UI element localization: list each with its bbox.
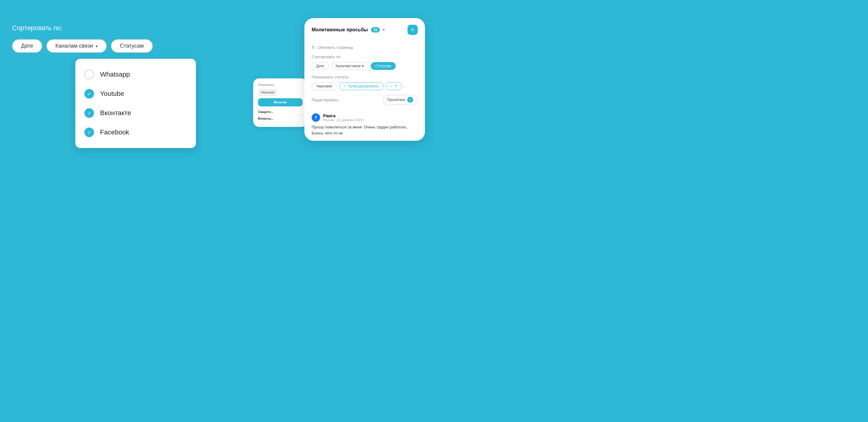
status-chips-group: Черновик ✓ Промодерировано ✓ П <box>312 82 418 90</box>
prayer-count-badge: 15 <box>371 27 380 33</box>
pb-draft-chip: Черновик <box>258 89 277 96</box>
sort-chip-channels[interactable]: Каналам связи ▾ <box>331 62 368 70</box>
user-info: Раиса Россия · 11 декабря 2020 г. <box>323 113 418 122</box>
dropdown-item-whatsapp-label: Whatsapp <box>100 70 130 79</box>
facebook-icon: f <box>312 113 320 122</box>
phone-title: Молитвенные просьбы <box>312 27 368 33</box>
pb-show-label: Показывать <box>258 83 303 87</box>
title-chevron-icon: ▾ <box>383 28 384 32</box>
dropdown-item-vkontakte-label: Вконтакте <box>100 109 131 117</box>
chevron-down-icon: ▾ <box>96 44 98 49</box>
filter-date-button[interactable]: Дате <box>12 39 42 53</box>
filter-channels-button[interactable]: Каналам связи ▾ <box>46 39 107 53</box>
sort-chip-date[interactable]: Дате <box>312 62 329 70</box>
status-section-label: Показывать статусы: <box>312 75 418 79</box>
filter-statuses-button[interactable]: Статусам <box>111 39 153 53</box>
filter-buttons: Дате Каналам связи ▾ Статусам <box>12 39 199 53</box>
read-chip[interactable]: Прочитано ✓ <box>383 95 418 104</box>
check-icon: ✓ <box>84 89 94 98</box>
sort-chips-group: Дате Каналам связи ▾ Статусам <box>312 62 418 70</box>
channels-dropdown: Whatsapp ✓ Youtube ✓ Вконтакте ✓ Faceboo… <box>75 59 196 148</box>
check-published-icon: ✓ <box>390 84 393 88</box>
prayer-user-row: f Раиса Россия · 11 декабря 2020 г. <box>312 113 418 122</box>
sort-chip-statuses[interactable]: Статусам <box>371 62 396 70</box>
dropdown-item-facebook[interactable]: ✓ Facebook <box>84 123 187 142</box>
status-chip-draft-label: Черновик <box>316 84 332 88</box>
add-prayer-button[interactable]: + <box>407 25 418 35</box>
refresh-label: Обновить страницу <box>318 45 353 50</box>
user-meta: Россия · 11 декабря 2020 г. <box>323 118 418 122</box>
sort-chip-channels-label: Каналам связи <box>336 64 361 68</box>
read-check-icon: ✓ <box>407 97 413 103</box>
refresh-row[interactable]: ↻ Обновить страницу <box>312 45 418 50</box>
refresh-icon: ↻ <box>312 45 315 50</box>
sort-chip-channels-arrow-icon: ▾ <box>362 64 364 68</box>
dropdown-item-whatsapp[interactable]: Whatsapp <box>84 65 187 84</box>
prayer-text: Прошу помолиться за меня. Очень трудно р… <box>312 124 418 136</box>
dropdown-item-youtube-label: Youtube <box>100 90 124 98</box>
pb-row-2: Вопрось... <box>258 116 303 122</box>
phone-body: ↻ Обновить страницу Сортировать по: Дате… <box>304 40 425 141</box>
status-chip-published[interactable]: ✓ П <box>386 82 402 90</box>
radio-unchecked-icon <box>84 70 94 79</box>
status-chip-published-label: П <box>395 84 397 88</box>
status-chip-moderated-label: Промодерировано <box>348 84 379 88</box>
edit-label: Редактировать <box>312 98 339 102</box>
left-section: Сортировать по: Дате Каналам связи ▾ Ста… <box>12 24 199 148</box>
phone-front-mockup: Молитвенные просьбы 15 ▾ + ↻ Обновить ст… <box>304 18 425 141</box>
status-chip-draft[interactable]: Черновик <box>312 82 337 90</box>
divider <box>312 110 418 110</box>
sort-chip-date-label: Дате <box>316 64 324 68</box>
dropdown-item-vkontakte[interactable]: ✓ Вконтакте <box>84 103 187 123</box>
edit-row: Редактировать Прочитано ✓ <box>312 95 418 104</box>
read-label: Прочитано <box>387 98 405 102</box>
sort-chip-statuses-label: Статусам <box>375 64 391 68</box>
sort-label: Сортировать по: <box>12 24 199 32</box>
check-icon: ✓ <box>84 127 94 137</box>
check-icon: ✓ <box>84 108 94 118</box>
dropdown-item-youtube[interactable]: ✓ Youtube <box>84 84 187 103</box>
phone-header: Молитвенные просьбы 15 ▾ + <box>304 18 425 40</box>
sort-section-label: Сортировать по: <box>312 55 418 59</box>
pb-prayer-button[interactable]: Молитве <box>258 98 303 107</box>
phone-back-mockup: Показывать Черновик Молитве Свидете... В… <box>253 79 307 127</box>
filter-date-label: Дате <box>21 43 33 49</box>
pb-row-1: Свидете... <box>258 109 303 116</box>
filter-statuses-label: Статусам <box>120 43 144 49</box>
check-moderated-icon: ✓ <box>344 84 347 88</box>
prayer-card: f Раиса Россия · 11 декабря 2020 г. Прош… <box>312 113 418 136</box>
filter-channels-label: Каналам связи <box>56 43 93 49</box>
status-chip-moderated[interactable]: ✓ Промодерировано <box>339 82 383 90</box>
user-name: Раиса <box>323 113 418 118</box>
dropdown-item-facebook-label: Facebook <box>100 128 129 136</box>
phone-title-group: Молитвенные просьбы 15 ▾ <box>312 27 384 33</box>
facebook-letter: f <box>315 115 317 120</box>
